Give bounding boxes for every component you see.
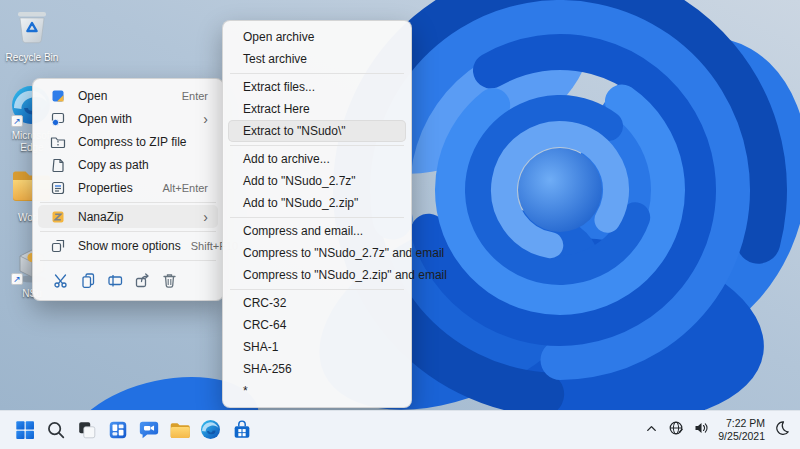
submenu-item-extract-here[interactable]: Extract Here	[228, 98, 406, 120]
chat-button[interactable]	[137, 418, 161, 442]
submenu-item-crc64[interactable]: CRC-64	[228, 314, 406, 336]
network-button[interactable]	[668, 420, 684, 440]
shortcut-hint: Alt+Enter	[162, 182, 208, 194]
open-app-icon	[50, 88, 66, 104]
windows-logo-icon	[14, 419, 36, 441]
submenu-item-star[interactable]: *	[228, 380, 406, 402]
focus-assist-button[interactable]	[774, 420, 790, 440]
network-globe-icon	[668, 420, 684, 436]
chevron-right-icon: ›	[203, 112, 208, 126]
shortcut-hint: Enter	[182, 90, 208, 102]
submenu-item-compress-7z-email[interactable]: Compress to "NSudo_2.7z" and email	[228, 242, 406, 264]
share-button[interactable]	[129, 267, 155, 293]
menu-separator	[230, 217, 404, 218]
submenu-item-add-to-zip[interactable]: Add to "NSudo_2.zip"	[228, 192, 406, 214]
desktop-icon-recycle-bin[interactable]: Recycle Bin	[1, 6, 63, 64]
rename-button[interactable]	[102, 267, 128, 293]
menu-item-open[interactable]: Open Enter	[38, 84, 218, 107]
menu-item-copy-as-path[interactable]: Copy as path	[38, 153, 218, 176]
store-button[interactable]	[230, 418, 254, 442]
submenu-item-compress-email[interactable]: Compress and email...	[228, 220, 406, 242]
menu-separator	[40, 231, 216, 232]
menu-separator	[40, 260, 216, 261]
desktop-icon-label: Recycle Bin	[6, 52, 59, 64]
rename-icon	[107, 272, 124, 289]
submenu-item-add-to-7z[interactable]: Add to "NSudo_2.7z"	[228, 170, 406, 192]
file-explorer-button[interactable]	[168, 418, 192, 442]
menu-item-show-more-options[interactable]: Show more options Shift+F10	[38, 234, 218, 257]
nanazip-submenu: Open archive Test archive Extract files.…	[222, 20, 412, 408]
shortcut-arrow-icon: ↗	[11, 273, 23, 285]
show-more-options-icon	[50, 238, 66, 254]
recycle-bin-icon	[10, 6, 54, 50]
zip-folder-icon	[50, 134, 66, 150]
search-button[interactable]	[44, 418, 68, 442]
taskbar-clock[interactable]: 7:22 PM 9/25/2021	[718, 417, 765, 443]
tray-overflow-button[interactable]	[644, 421, 659, 440]
menu-separator	[230, 289, 404, 290]
search-icon	[45, 419, 67, 441]
start-button[interactable]	[13, 418, 37, 442]
volume-button[interactable]	[693, 420, 709, 440]
menu-item-nanazip[interactable]: NanaZip ›	[38, 205, 218, 228]
widgets-icon	[107, 419, 129, 441]
copy-path-icon	[50, 157, 66, 173]
edge-icon	[200, 419, 222, 441]
task-view-button[interactable]	[75, 418, 99, 442]
menu-separator	[40, 202, 216, 203]
shortcut-arrow-icon: ↗	[11, 115, 23, 127]
menu-separator	[230, 73, 404, 74]
moon-icon	[774, 420, 790, 436]
copy-icon	[80, 272, 97, 289]
properties-icon	[50, 180, 66, 196]
widgets-button[interactable]	[106, 418, 130, 442]
submenu-item-extract-to[interactable]: Extract to "NSudo\"	[228, 120, 406, 142]
chat-icon	[138, 419, 160, 441]
speaker-icon	[693, 420, 709, 436]
cut-button[interactable]	[48, 267, 74, 293]
submenu-item-open-archive[interactable]: Open archive	[228, 26, 406, 48]
share-icon	[134, 272, 151, 289]
context-menu: Open Enter Open with › Compress to ZIP f…	[32, 78, 224, 301]
trash-icon	[161, 272, 178, 289]
submenu-item-extract-files[interactable]: Extract files...	[228, 76, 406, 98]
tray-time: 7:22 PM	[718, 417, 765, 430]
edge-button[interactable]	[199, 418, 223, 442]
file-explorer-icon	[169, 419, 191, 441]
scissors-icon	[53, 272, 70, 289]
task-view-icon	[76, 419, 98, 441]
submenu-item-sha1[interactable]: SHA-1	[228, 336, 406, 358]
submenu-item-sha256[interactable]: SHA-256	[228, 358, 406, 380]
system-tray: 7:22 PM 9/25/2021	[644, 417, 800, 443]
chevron-right-icon: ›	[203, 210, 208, 224]
nanazip-icon	[50, 209, 66, 225]
taskbar-icons	[0, 418, 254, 442]
desktop: Recycle Bin ↗ Microsoft Edge Works	[0, 0, 800, 449]
delete-button[interactable]	[156, 267, 182, 293]
menu-item-properties[interactable]: Properties Alt+Enter	[38, 176, 218, 199]
submenu-item-add-to-archive[interactable]: Add to archive...	[228, 148, 406, 170]
copy-button[interactable]	[75, 267, 101, 293]
submenu-item-test-archive[interactable]: Test archive	[228, 48, 406, 70]
store-icon	[231, 419, 253, 441]
submenu-item-compress-zip-email[interactable]: Compress to "NSudo_2.zip" and email	[228, 264, 406, 286]
submenu-item-crc32[interactable]: CRC-32	[228, 292, 406, 314]
taskbar: 7:22 PM 9/25/2021	[0, 410, 800, 449]
tray-date: 9/25/2021	[718, 430, 765, 443]
menu-separator	[230, 145, 404, 146]
chevron-up-icon	[644, 421, 659, 436]
quick-actions-row	[38, 263, 218, 295]
menu-item-open-with[interactable]: Open with ›	[38, 107, 218, 130]
menu-item-compress-zip[interactable]: Compress to ZIP file	[38, 130, 218, 153]
open-with-icon	[50, 111, 66, 127]
